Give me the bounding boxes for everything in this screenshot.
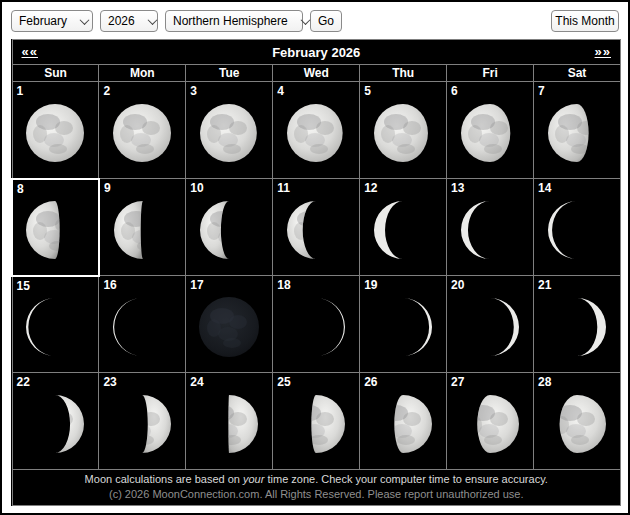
footer-disclaimer: Moon calculations are based on your time… [13, 472, 621, 487]
day-cell-5[interactable]: 5 [360, 82, 447, 179]
moon-waning-crescent [111, 198, 175, 262]
this-month-button[interactable]: This Month [551, 10, 619, 32]
day-cell-26[interactable]: 26 [360, 373, 447, 470]
month-select-value: February [19, 14, 67, 28]
date-number: 25 [273, 373, 290, 389]
moon-waxing-crescent [458, 295, 522, 359]
date-number: 12 [360, 179, 377, 195]
date-number: 28 [534, 373, 551, 389]
moon-waxing-crescent [23, 392, 87, 456]
moon-waning-crescent [197, 198, 261, 262]
moon-waning-crescent [545, 198, 609, 262]
date-number: 22 [13, 373, 30, 389]
moon-wrap [99, 82, 185, 178]
date-number: 20 [447, 276, 464, 292]
moon-full-moon [110, 101, 174, 165]
date-number: 6 [447, 82, 458, 98]
day-cell-18[interactable]: 18 [273, 276, 360, 373]
moon-wrap [534, 82, 620, 178]
next-month-link[interactable]: »» [595, 44, 611, 59]
date-number: 5 [360, 82, 371, 98]
moon-waning-crescent [284, 198, 348, 262]
date-number: 27 [447, 373, 464, 389]
date-number: 10 [186, 179, 203, 195]
footer-copyright: (c) 2026 MoonConnection.com. All Rights … [13, 487, 621, 502]
day-header-fri: Fri [447, 65, 534, 82]
moon-waning-crescent [458, 198, 522, 262]
date-number: 21 [534, 276, 551, 292]
week-row-1: 1234567 [12, 82, 621, 179]
moon-waning-gibbous [371, 101, 435, 165]
day-cell-3[interactable]: 3 [186, 82, 273, 179]
day-cell-15[interactable]: 15 [12, 276, 99, 373]
day-header-row: Sun Mon Tue Wed Thu Fri Sat [12, 65, 621, 82]
day-cell-17[interactable]: 17 [186, 276, 273, 373]
moon-wrap [13, 180, 98, 275]
moon-waning-crescent [23, 295, 87, 359]
day-cell-12[interactable]: 12 [360, 179, 447, 276]
day-cell-2[interactable]: 2 [99, 82, 186, 179]
date-number: 14 [534, 179, 551, 195]
week-row-4: 22232425262728 [12, 373, 621, 470]
calendar-title-bar: «« February 2026 »» [12, 40, 621, 65]
day-cell-20[interactable]: 20 [447, 276, 534, 373]
day-cell-23[interactable]: 23 [99, 373, 186, 470]
date-number: 15 [13, 277, 30, 293]
date-number: 3 [186, 82, 197, 98]
go-button[interactable]: Go [310, 10, 342, 32]
hemisphere-select-value: Northern Hemisphere [173, 14, 288, 28]
day-cell-11[interactable]: 11 [273, 179, 360, 276]
moon-wrap [447, 82, 533, 178]
day-cell-7[interactable]: 7 [534, 82, 621, 179]
week-row-2: 891011121314 [12, 179, 621, 276]
day-cell-28[interactable]: 28 [534, 373, 621, 470]
moon-wrap [273, 82, 359, 178]
day-cell-22[interactable]: 22 [12, 373, 99, 470]
date-number: 13 [447, 179, 464, 195]
day-cell-8[interactable]: 8 [12, 179, 99, 276]
day-cell-24[interactable]: 24 [186, 373, 273, 470]
day-header-tue: Tue [186, 65, 273, 82]
day-header-wed: Wed [273, 65, 360, 82]
moon-waning-gibbous [458, 101, 522, 165]
moon-waxing-gibbous [545, 392, 609, 456]
day-cell-27[interactable]: 27 [447, 373, 534, 470]
date-number: 23 [99, 373, 116, 389]
toolbar: February 2026 Northern Hemisphere Go Thi… [11, 9, 619, 33]
day-cell-9[interactable]: 9 [99, 179, 186, 276]
day-cell-25[interactable]: 25 [273, 373, 360, 470]
day-header-sat: Sat [534, 65, 621, 82]
day-cell-10[interactable]: 10 [186, 179, 273, 276]
moon-waning-gibbous [284, 101, 348, 165]
moon-wrap [186, 82, 272, 178]
date-number: 19 [360, 276, 377, 292]
hemisphere-select[interactable]: Northern Hemisphere [165, 10, 303, 32]
moon-waxing-gibbous [284, 392, 348, 456]
day-cell-13[interactable]: 13 [447, 179, 534, 276]
month-select[interactable]: February [11, 10, 93, 32]
date-number: 11 [273, 179, 290, 195]
moon-waning-crescent [110, 295, 174, 359]
moon-waning-gibbous [545, 101, 609, 165]
day-cell-21[interactable]: 21 [534, 276, 621, 373]
day-cell-14[interactable]: 14 [534, 179, 621, 276]
moon-new-moon [197, 295, 261, 359]
moon-waxing-crescent [545, 295, 609, 359]
footer-row: Moon calculations are based on your time… [12, 470, 621, 506]
page: February 2026 Northern Hemisphere Go Thi… [0, 0, 630, 515]
date-number: 18 [273, 276, 290, 292]
day-cell-1[interactable]: 1 [12, 82, 99, 179]
year-select-value: 2026 [108, 14, 135, 28]
prev-month-link[interactable]: «« [22, 44, 38, 59]
moon-calendar: «« February 2026 »» Sun Mon Tue Wed Thu … [11, 39, 621, 506]
day-cell-16[interactable]: 16 [99, 276, 186, 373]
day-cell-6[interactable]: 6 [447, 82, 534, 179]
day-cell-19[interactable]: 19 [360, 276, 447, 373]
moon-wrap [100, 179, 185, 275]
moon-waxing-crescent [284, 295, 348, 359]
title-row: «« February 2026 »» [12, 40, 621, 65]
calendar-title: February 2026 [272, 45, 360, 60]
chevron-down-icon [300, 15, 310, 25]
day-cell-4[interactable]: 4 [273, 82, 360, 179]
year-select[interactable]: 2026 [100, 10, 158, 32]
